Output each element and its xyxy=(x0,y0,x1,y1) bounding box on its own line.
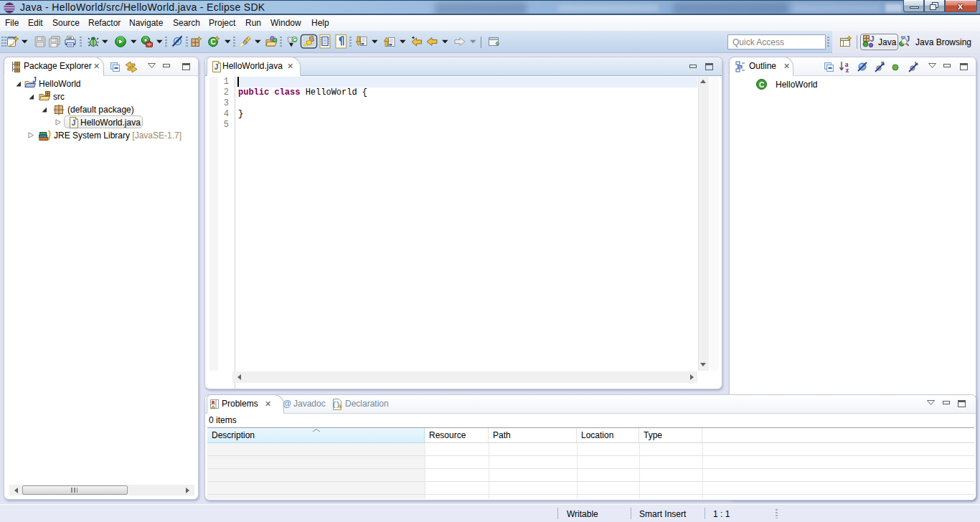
svg-text:C: C xyxy=(293,37,296,42)
svg-text:z: z xyxy=(846,66,849,74)
svg-text:C: C xyxy=(210,38,215,46)
svg-text:{﻿}: {﻿} xyxy=(332,402,340,409)
svg-text:J: J xyxy=(32,76,37,84)
svg-text:C: C xyxy=(759,81,764,89)
svg-text:J: J xyxy=(72,119,76,127)
svg-text:J: J xyxy=(870,34,874,43)
svg-text:J: J xyxy=(215,63,219,71)
